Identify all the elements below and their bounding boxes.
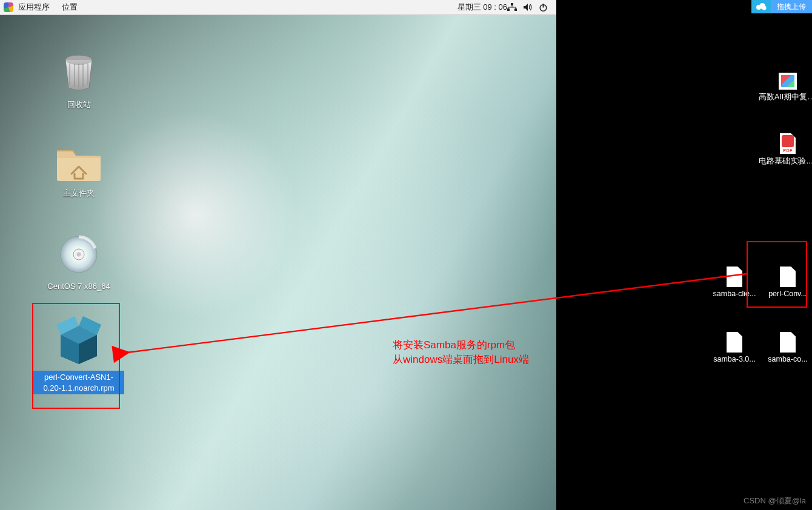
system-tray bbox=[507, 3, 548, 12]
watermark-text: CSDN @倾夏@la bbox=[744, 495, 806, 506]
annotation-box-right bbox=[747, 241, 807, 308]
menu-places[interactable]: 位置 bbox=[62, 2, 78, 13]
desktop-icon-disc[interactable]: CentOS 7 x86_64 bbox=[33, 233, 124, 292]
cloud-upload-icon bbox=[751, 0, 771, 13]
file-icon bbox=[780, 332, 796, 353]
upload-label: 拖拽上传 bbox=[771, 0, 812, 13]
pdf-icon bbox=[780, 133, 796, 154]
desktop-icon-home[interactable]: 主文件夹 bbox=[33, 142, 124, 199]
trash-label: 回收站 bbox=[33, 99, 124, 110]
annotation-box-left bbox=[32, 303, 120, 409]
svg-rect-0 bbox=[511, 3, 513, 5]
file-label: samba-3.0... bbox=[705, 355, 764, 363]
win-file-samba-common[interactable]: samba-co... bbox=[759, 332, 812, 363]
annotation-text: 将安装Samba服务的rpm包 从windows端桌面拖到Linux端 bbox=[393, 338, 529, 367]
network-icon[interactable] bbox=[507, 3, 517, 12]
file-label: samba-co... bbox=[759, 355, 812, 363]
win-file-samba-30[interactable]: samba-3.0... bbox=[705, 332, 764, 363]
file-icon bbox=[727, 267, 742, 287]
file-label: 高数AII期中复习内容.... bbox=[759, 92, 812, 102]
power-icon[interactable] bbox=[539, 3, 548, 12]
linux-desktop[interactable]: 回收站 主文件夹 bbox=[0, 15, 556, 510]
file-label: 电路基础实验指导书(黄... bbox=[759, 156, 812, 167]
image-thumb-icon bbox=[779, 73, 797, 90]
volume-icon[interactable] bbox=[523, 3, 533, 12]
svg-rect-1 bbox=[507, 8, 510, 11]
svg-point-18 bbox=[762, 5, 766, 10]
home-label: 主文件夹 bbox=[33, 188, 124, 199]
system-logo-icon bbox=[4, 2, 13, 12]
svg-point-9 bbox=[77, 253, 81, 257]
menu-applications[interactable]: 应用程序 bbox=[18, 2, 50, 13]
clock-text[interactable]: 星期三 09 : 06 bbox=[458, 2, 507, 13]
linux-vm-panel: 应用程序 位置 星期三 09 : 06 bbox=[0, 0, 556, 510]
disc-icon bbox=[58, 233, 100, 277]
gnome-menubar: 应用程序 位置 星期三 09 : 06 bbox=[0, 0, 556, 15]
svg-rect-2 bbox=[514, 8, 517, 11]
win-file-gaoshu[interactable]: 高数AII期中复习内容.... bbox=[759, 73, 812, 102]
svg-point-6 bbox=[65, 55, 92, 65]
win-file-circuit-pdf[interactable]: 电路基础实验指导书(黄... bbox=[759, 133, 812, 167]
file-icon bbox=[727, 332, 742, 353]
drag-upload-button[interactable]: 拖拽上传 bbox=[751, 0, 812, 13]
desktop-icon-trash[interactable]: 回收站 bbox=[33, 51, 124, 110]
trash-icon bbox=[58, 51, 100, 96]
disc-label: CentOS 7 x86_64 bbox=[33, 281, 124, 292]
home-folder-icon bbox=[55, 142, 103, 184]
